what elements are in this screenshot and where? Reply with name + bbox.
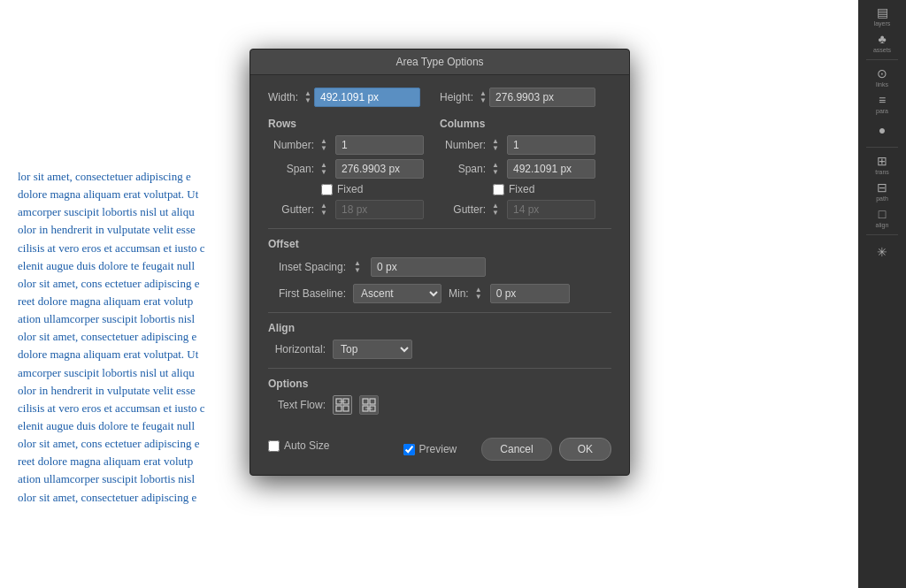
footer-buttons: Preview Cancel OK (403, 438, 611, 461)
inset-down[interactable]: ▼ (353, 267, 362, 274)
panel-divider-1 (866, 59, 898, 60)
min-row: Min: ▲ ▼ (449, 284, 570, 303)
rows-gutter-input (335, 200, 424, 219)
rows-span-spin[interactable]: ▲ ▼ (319, 162, 328, 176)
columns-span-spin[interactable]: ▲ ▼ (491, 162, 500, 176)
assets-icon[interactable]: ♣ assets (866, 30, 898, 55)
columns-gutter-row: Gutter: ▲ ▼ (440, 200, 611, 219)
text-flow-row: Text Flow: (268, 395, 611, 415)
min-label: Min: (449, 287, 469, 300)
divider-3 (268, 368, 611, 369)
width-section: Width: ▲ ▼ (268, 88, 440, 107)
height-down-arrow[interactable]: ▼ (479, 97, 488, 104)
preview-label: Preview (419, 443, 457, 455)
text-flow-icon2[interactable] (359, 395, 379, 415)
columns-header: Columns (440, 118, 611, 130)
rows-fixed-checkbox[interactable] (321, 184, 333, 195)
panel-divider-2 (866, 147, 898, 148)
dialog-body: Width: ▲ ▼ Height: ▲ ▼ (250, 75, 629, 438)
dialog-footer: Auto Size Preview Cancel OK (250, 438, 629, 475)
rows-columns-section: Rows Number: ▲ ▼ Span: ▲ ▼ (268, 118, 611, 219)
width-label: Width: (268, 91, 298, 103)
width-input[interactable] (314, 88, 420, 107)
first-baseline-row: First Baseline: Ascent Cap Height Leadin… (268, 284, 611, 303)
dialog-titlebar: Area Type Options (250, 50, 629, 75)
rows-span-input[interactable] (335, 159, 424, 179)
circle-icon[interactable]: ● (866, 118, 898, 142)
rows-span-down[interactable]: ▼ (319, 169, 328, 176)
columns-number-spin[interactable]: ▲ ▼ (491, 138, 500, 152)
rows-gutter-spin[interactable]: ▲ ▼ (319, 202, 328, 217)
options-section: Options Text Flow: (268, 378, 611, 415)
rows-number-spin[interactable]: ▲ ▼ (319, 138, 328, 152)
layers-icon[interactable]: ▤ layers (866, 4, 898, 28)
height-input[interactable] (489, 88, 595, 107)
area-type-options-dialog: Area Type Options Width: ▲ ▼ Height: ▲ (250, 49, 630, 476)
columns-fixed-label: Fixed (509, 183, 534, 195)
rows-fixed-row: Fixed (321, 183, 440, 195)
options-header: Options (268, 378, 611, 390)
svg-rect-4 (363, 399, 368, 404)
cancel-button[interactable]: Cancel (481, 438, 551, 461)
rows-number-row: Number: ▲ ▼ (268, 135, 440, 155)
canvas-text: lor sit amet, consectetuer adipiscing e … (18, 168, 257, 507)
rows-number-label: Number: (268, 139, 314, 151)
columns-number-input[interactable] (507, 135, 595, 155)
svg-rect-3 (343, 406, 349, 411)
rows-number-input[interactable] (335, 135, 424, 155)
align-icon[interactable]: □ align (866, 205, 898, 230)
right-panel: ▤ layers ♣ assets ⊙ links ≡ para ● ⊞ tra… (858, 0, 906, 588)
width-spin-arrows[interactable]: ▲ ▼ (303, 90, 312, 104)
columns-section: Columns Number: ▲ ▼ Span: ▲ ▼ (440, 118, 611, 219)
preview-row: Preview (403, 438, 457, 461)
rows-gutter-row: Gutter: ▲ ▼ (268, 200, 440, 219)
rows-fixed-label: Fixed (337, 183, 363, 195)
inset-spin[interactable]: ▲ ▼ (353, 260, 362, 274)
transform-icon[interactable]: ⊞ trans (866, 152, 898, 177)
ok-button[interactable]: OK (559, 438, 611, 461)
height-spinner: ▲ ▼ (479, 88, 595, 107)
columns-number-down[interactable]: ▼ (491, 145, 500, 152)
columns-fixed-checkbox[interactable] (493, 184, 504, 195)
horizontal-select[interactable]: Top Center Bottom Justify (333, 340, 412, 359)
width-down-arrow[interactable]: ▼ (303, 97, 312, 104)
align-section: Align Horizontal: Top Center Bottom Just… (268, 322, 611, 359)
columns-gutter-input (507, 200, 595, 219)
preview-checkbox[interactable] (403, 444, 415, 455)
inset-input[interactable] (371, 257, 486, 277)
offset-section: Offset Inset Spacing: ▲ ▼ First Baseline… (268, 238, 611, 303)
paragraph-icon[interactable]: ≡ para (866, 91, 898, 116)
height-label: Height: (440, 91, 473, 103)
columns-gutter-spin[interactable]: ▲ ▼ (491, 202, 500, 217)
height-spin-arrows[interactable]: ▲ ▼ (479, 90, 488, 104)
inset-label: Inset Spacing: (268, 261, 346, 273)
baseline-select[interactable]: Ascent Cap Height Leading x Height Em Bo… (353, 284, 441, 303)
svg-rect-2 (336, 406, 342, 411)
columns-span-down[interactable]: ▼ (491, 169, 500, 176)
min-spin[interactable]: ▲ ▼ (474, 286, 483, 301)
pathfinder-icon[interactable]: ⊟ path (866, 179, 898, 203)
columns-span-row: Span: ▲ ▼ (440, 159, 611, 179)
panel-divider-3 (866, 234, 898, 235)
min-input[interactable] (490, 284, 570, 303)
rows-number-down[interactable]: ▼ (319, 145, 328, 152)
auto-size-label: Auto Size (284, 439, 329, 452)
width-spinner: ▲ ▼ (303, 88, 420, 107)
columns-gutter-label: Gutter: (440, 203, 486, 216)
text-flow-icon1[interactable] (333, 395, 352, 415)
sun-icon[interactable]: ✳ (866, 240, 898, 264)
baseline-label: First Baseline: (268, 287, 346, 300)
text-flow-label: Text Flow: (268, 399, 326, 411)
columns-gutter-down[interactable]: ▼ (491, 210, 500, 217)
divider-2 (268, 312, 611, 313)
min-down[interactable]: ▼ (474, 294, 483, 301)
links-icon[interactable]: ⊙ links (866, 65, 898, 89)
offset-header: Offset (268, 238, 611, 250)
columns-span-input[interactable] (507, 159, 595, 179)
horizontal-align-row: Horizontal: Top Center Bottom Justify (268, 340, 611, 359)
rows-header: Rows (268, 118, 440, 130)
rows-section: Rows Number: ▲ ▼ Span: ▲ ▼ (268, 118, 440, 219)
auto-size-checkbox[interactable] (268, 440, 280, 452)
rows-gutter-label: Gutter: (268, 203, 314, 216)
rows-gutter-down[interactable]: ▼ (319, 210, 328, 217)
